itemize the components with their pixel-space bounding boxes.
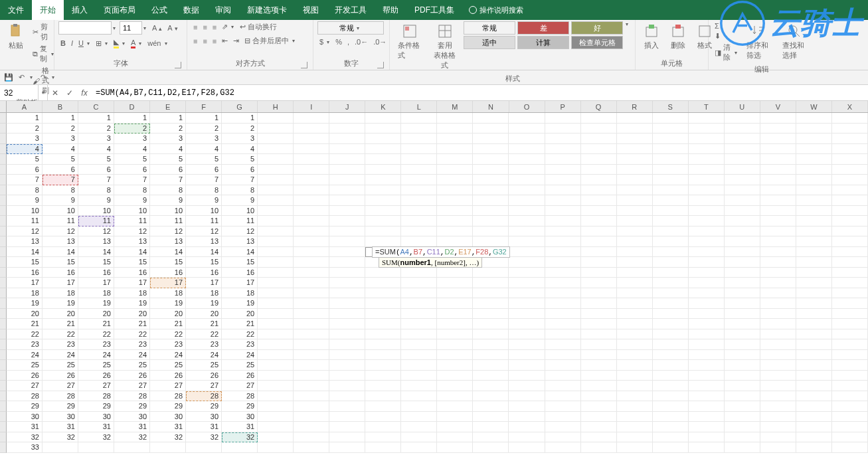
row-header[interactable] [0,154,7,165]
sort-filter-button[interactable]: 排序和筛选 [742,21,776,62]
cell-H15[interactable] [258,257,294,268]
increase-indent-button[interactable]: ⇥ [231,36,241,46]
cell-W17[interactable] [796,278,832,288]
cell-V18[interactable] [760,288,796,299]
cell-V24[interactable] [760,350,796,361]
cell-K8[interactable] [365,185,401,196]
cell-D24[interactable]: 24 [114,350,150,361]
row-header[interactable] [0,401,7,412]
tab-data[interactable]: 数据 [175,0,207,20]
cell-O1[interactable] [509,113,545,124]
cell-C12[interactable]: 12 [78,227,114,237]
cell-S10[interactable] [653,206,689,217]
row-header[interactable] [0,206,7,217]
row-header[interactable] [0,216,7,227]
row-header[interactable] [0,422,7,432]
cell-D23[interactable]: 23 [114,339,150,350]
cell-T14[interactable] [689,247,725,258]
cell-T3[interactable] [689,134,725,144]
cell-J8[interactable] [329,185,365,196]
cell-G26[interactable]: 26 [222,371,258,381]
cell-D5[interactable]: 5 [114,154,150,165]
row-header[interactable] [0,278,7,288]
tab-page-layout[interactable]: 页面布局 [96,0,143,20]
cell-U33[interactable] [725,442,760,453]
style-good[interactable]: 好 [571,21,623,35]
cell-N8[interactable] [473,185,509,196]
cell-I18[interactable] [294,288,329,299]
cell-R4[interactable] [617,144,653,155]
cell-S31[interactable] [653,422,689,432]
cell-Q9[interactable] [581,195,617,206]
currency-button[interactable]: $ [317,37,325,46]
cell-P12[interactable] [545,227,581,237]
cell-G21[interactable]: 21 [222,319,258,329]
cell-I24[interactable] [294,350,329,361]
cell-Q11[interactable] [581,216,617,227]
cell-O20[interactable] [509,309,545,319]
cell-F8[interactable]: 8 [186,185,222,196]
percent-button[interactable]: % [333,37,344,46]
cell-C9[interactable]: 9 [78,195,114,206]
cell-T8[interactable] [689,185,725,196]
increase-font-button[interactable]: A▴ [150,23,164,33]
cell-Q3[interactable] [581,134,617,144]
cell-I32[interactable] [294,432,329,443]
cell-M17[interactable] [437,278,473,288]
cell-X32[interactable] [832,432,868,443]
styles-more[interactable]: ▾ [626,21,631,27]
cell-G7[interactable]: 7 [222,175,258,185]
cell-J5[interactable] [329,154,365,165]
cell-B15[interactable]: 15 [43,257,78,268]
cell-D28[interactable]: 28 [114,391,150,402]
cell-V15[interactable] [760,257,796,268]
cell-B18[interactable]: 18 [43,288,78,299]
column-header-D[interactable]: D [114,101,150,112]
cell-N17[interactable] [473,278,509,288]
cell-A4[interactable]: 4 [7,144,43,155]
cell-D26[interactable]: 26 [114,371,150,381]
cell-S32[interactable] [653,432,689,443]
cell-D11[interactable]: 11 [114,216,150,227]
fx-button[interactable]: fx [77,85,92,100]
cell-C17[interactable]: 17 [78,278,114,288]
cell-O4[interactable] [509,144,545,155]
cell-H4[interactable] [258,144,294,155]
cell-U21[interactable] [725,319,760,329]
cell-Q4[interactable] [581,144,617,155]
cell-U13[interactable] [725,236,760,247]
cell-S18[interactable] [653,288,689,299]
cell-L3[interactable] [401,134,437,144]
cell-Q24[interactable] [581,350,617,361]
cell-T2[interactable] [689,124,725,134]
row-header[interactable] [0,113,7,124]
cell-O33[interactable] [509,442,545,453]
cell-L16[interactable] [401,268,437,278]
cell-H16[interactable] [258,268,294,278]
cell-N24[interactable] [473,350,509,361]
cell-M4[interactable] [437,144,473,155]
cell-W13[interactable] [796,236,832,247]
cell-S28[interactable] [653,391,689,402]
cell-T24[interactable] [689,350,725,361]
cell-H21[interactable] [258,319,294,329]
column-header-T[interactable]: T [689,101,725,112]
cell-U11[interactable] [725,216,760,227]
cell-G29[interactable]: 29 [222,401,258,412]
cell-T33[interactable] [689,442,725,453]
cell-I20[interactable] [294,309,329,319]
column-header-P[interactable]: P [545,101,581,112]
cell-I29[interactable] [294,401,329,412]
cell-S21[interactable] [653,319,689,329]
cell-D18[interactable]: 18 [114,288,150,299]
cell-J2[interactable] [329,124,365,134]
cell-K2[interactable] [365,124,401,134]
cell-C7[interactable]: 7 [78,175,114,185]
cell-G22[interactable]: 22 [222,329,258,340]
cell-E23[interactable]: 23 [150,339,186,350]
cell-K27[interactable] [365,381,401,391]
tab-review[interactable]: 审阅 [207,0,239,20]
delete-cells-button[interactable]: 删除 [666,21,690,52]
cell-S27[interactable] [653,381,689,391]
cell-W6[interactable] [796,165,832,175]
